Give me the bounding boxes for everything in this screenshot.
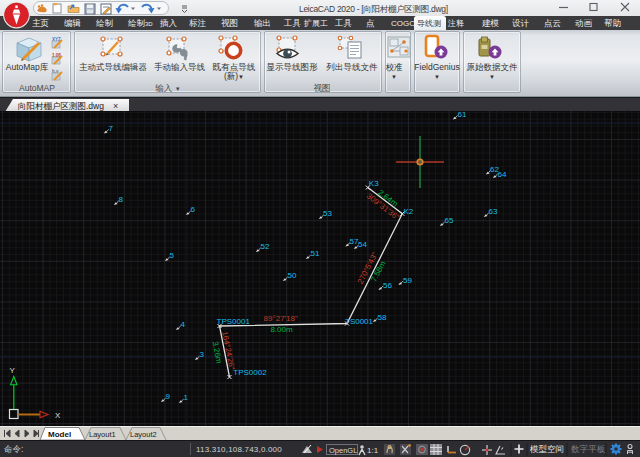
svg-text:53: 53 (323, 209, 332, 218)
svg-text:59: 59 (403, 276, 412, 285)
svg-text:63: 63 (489, 207, 498, 216)
svg-text:Model: Model (48, 430, 71, 439)
svg-text:65: 65 (445, 216, 454, 225)
svg-text:56: 56 (383, 281, 392, 290)
svg-text:1:1: 1:1 (367, 446, 379, 455)
svg-text:OpenGL: OpenGL (329, 446, 357, 455)
svg-text:7: 7 (109, 124, 114, 133)
svg-text:1: 1 (184, 393, 189, 402)
svg-text:Layout1: Layout1 (89, 430, 116, 439)
svg-text:52: 52 (261, 242, 270, 251)
svg-text:89°27'18": 89°27'18" (264, 314, 298, 323)
svg-text:TPS0002: TPS0002 (233, 368, 267, 377)
svg-text:TPS0001: TPS0001 (217, 317, 251, 326)
svg-text:8: 8 (119, 195, 124, 204)
svg-text:9: 9 (166, 392, 171, 401)
svg-text:3: 3 (200, 350, 205, 359)
svg-text:TS0001: TS0001 (345, 317, 374, 326)
svg-text:64: 64 (498, 170, 507, 179)
svg-text:5: 5 (170, 251, 175, 260)
svg-text:K3: K3 (369, 179, 379, 188)
svg-text:X: X (55, 411, 61, 420)
svg-text:54: 54 (358, 240, 367, 249)
svg-text:Layout2: Layout2 (130, 430, 157, 439)
svg-text:58: 58 (378, 313, 387, 322)
svg-text:51: 51 (311, 249, 320, 258)
svg-text:K2: K2 (404, 207, 414, 216)
svg-text:61: 61 (458, 111, 467, 119)
svg-text:8.00m: 8.00m (270, 325, 293, 334)
svg-text:Y: Y (10, 366, 16, 375)
svg-text:50: 50 (288, 271, 297, 280)
svg-text:6: 6 (191, 205, 196, 214)
svg-text:4: 4 (181, 320, 186, 329)
